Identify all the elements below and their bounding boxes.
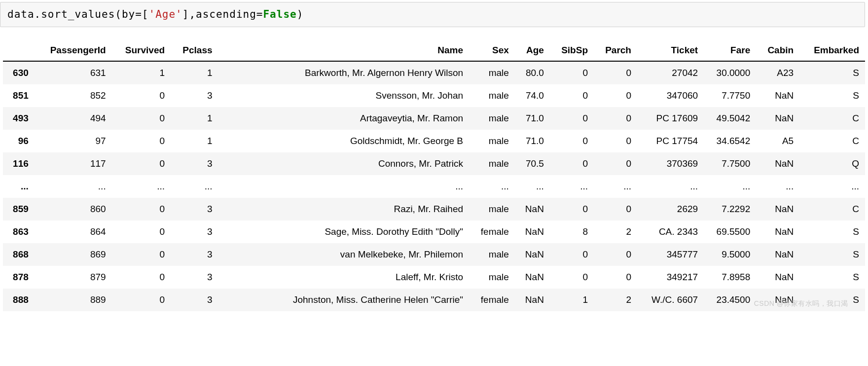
cell-passengerid: 860 (35, 198, 112, 220)
cell-survived: 0 (112, 152, 171, 175)
cell-embarked: C (799, 198, 865, 220)
cell-name: ... (218, 175, 470, 198)
cell-passengerid: 869 (35, 243, 112, 266)
cell-parch: 0 (594, 130, 637, 152)
cell-survived: 0 (112, 130, 171, 152)
cell-sex: male (469, 152, 515, 175)
cell-survived: 0 (112, 220, 171, 243)
row-index: 868 (3, 243, 35, 266)
table-row: 85185203Svensson, Mr. Johanmale74.000347… (3, 84, 865, 107)
table-row: 11611703Connors, Mr. Patrickmale70.50037… (3, 152, 865, 175)
cell-embarked: S (799, 61, 865, 84)
table-row: 87887903Laleff, Mr. KristomaleNaN0034921… (3, 266, 865, 289)
col-header: Ticket (637, 40, 704, 61)
cell-cabin: A23 (756, 61, 799, 84)
code-input-cell[interactable]: data.sort_values(by=['Age'],ascending=Fa… (0, 2, 865, 27)
row-index: 863 (3, 220, 35, 243)
cell-cabin: NaN (756, 243, 799, 266)
col-header: Pclass (171, 40, 218, 61)
code-token: ],ascending= (182, 8, 263, 20)
cell-passengerid: 889 (35, 289, 112, 311)
cell-pclass: 3 (171, 84, 218, 107)
cell-ticket: 345777 (637, 243, 704, 266)
cell-age: NaN (515, 220, 550, 243)
col-header: Survived (112, 40, 171, 61)
cell-fare: 7.7750 (704, 84, 756, 107)
cell-sex: male (469, 198, 515, 220)
cell-fare: 69.5500 (704, 220, 756, 243)
cell-embarked: ... (799, 175, 865, 198)
cell-embarked: C (799, 107, 865, 130)
cell-name: Goldschmidt, Mr. George B (218, 130, 470, 152)
cell-parch: ... (594, 175, 637, 198)
cell-survived: 0 (112, 266, 171, 289)
cell-ticket: PC 17609 (637, 107, 704, 130)
cell-passengerid: 852 (35, 84, 112, 107)
cell-pclass: 3 (171, 198, 218, 220)
cell-embarked: S (799, 289, 865, 311)
cell-age: 70.5 (515, 152, 550, 175)
col-header: Fare (704, 40, 756, 61)
cell-parch: 0 (594, 198, 637, 220)
cell-age: 71.0 (515, 107, 550, 130)
row-index: 493 (3, 107, 35, 130)
index-header (3, 40, 35, 61)
cell-sex: male (469, 84, 515, 107)
code-token-keyword: False (263, 8, 296, 20)
cell-sibsp: 1 (550, 289, 594, 311)
cell-name: van Melkebeke, Mr. Philemon (218, 243, 470, 266)
cell-pclass: 3 (171, 243, 218, 266)
col-header: Age (515, 40, 550, 61)
cell-passengerid: 879 (35, 266, 112, 289)
cell-age: NaN (515, 289, 550, 311)
cell-pclass: 3 (171, 152, 218, 175)
row-index: 630 (3, 61, 35, 84)
cell-parch: 0 (594, 266, 637, 289)
row-index: 888 (3, 289, 35, 311)
cell-parch: 2 (594, 220, 637, 243)
cell-cabin: NaN (756, 266, 799, 289)
code-token: data.sort_values(by=[ (7, 8, 149, 20)
cell-sex: ... (469, 175, 515, 198)
cell-fare: 7.8958 (704, 266, 756, 289)
cell-sibsp: 0 (550, 84, 594, 107)
cell-embarked: S (799, 220, 865, 243)
cell-pclass: 3 (171, 220, 218, 243)
cell-embarked: S (799, 84, 865, 107)
col-header: Embarked (799, 40, 865, 61)
cell-cabin: NaN (756, 107, 799, 130)
cell-cabin: NaN (756, 84, 799, 107)
cell-cabin: NaN (756, 198, 799, 220)
cell-name: Johnston, Miss. Catherine Helen "Carrie" (218, 289, 470, 311)
cell-passengerid: 494 (35, 107, 112, 130)
cell-age: 80.0 (515, 61, 550, 84)
cell-fare: 7.2292 (704, 198, 756, 220)
cell-ticket: 2629 (637, 198, 704, 220)
cell-fare: 7.7500 (704, 152, 756, 175)
cell-age: NaN (515, 198, 550, 220)
cell-pclass: 1 (171, 130, 218, 152)
col-header: Cabin (756, 40, 799, 61)
table-row: ....................................... (3, 175, 865, 198)
cell-sex: male (469, 107, 515, 130)
cell-parch: 0 (594, 243, 637, 266)
cell-name: Svensson, Mr. Johan (218, 84, 470, 107)
cell-fare: ... (704, 175, 756, 198)
cell-sibsp: 0 (550, 130, 594, 152)
cell-sibsp: 0 (550, 61, 594, 84)
cell-passengerid: 631 (35, 61, 112, 84)
table-row: 86386403Sage, Miss. Dorothy Edith "Dolly… (3, 220, 865, 243)
cell-embarked: S (799, 266, 865, 289)
cell-pclass: 3 (171, 266, 218, 289)
dataframe-header: PassengerId Survived Pclass Name Sex Age… (3, 40, 865, 61)
cell-name: Laleff, Mr. Kristo (218, 266, 470, 289)
cell-sex: male (469, 266, 515, 289)
cell-cabin: NaN (756, 289, 799, 311)
cell-sibsp: 0 (550, 198, 594, 220)
cell-survived: 0 (112, 84, 171, 107)
cell-cabin: A5 (756, 130, 799, 152)
row-index: 96 (3, 130, 35, 152)
table-row: 49349401Artagaveytia, Mr. Ramonmale71.00… (3, 107, 865, 130)
cell-ticket: 27042 (637, 61, 704, 84)
cell-passengerid: 97 (35, 130, 112, 152)
